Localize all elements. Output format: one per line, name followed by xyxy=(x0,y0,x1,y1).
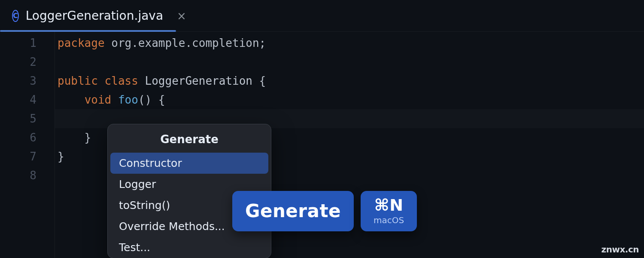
popup-title: Generate xyxy=(108,124,271,153)
line-number: 7 xyxy=(0,147,36,166)
tab-filename: LoggerGeneration.java xyxy=(26,9,163,23)
code-line: public class LoggerGeneration { xyxy=(58,71,644,90)
generate-menu-item[interactable]: Constructor xyxy=(110,153,268,174)
editor-tab[interactable]: C LoggerGeneration.java × xyxy=(0,0,176,31)
generate-badge: Generate xyxy=(232,191,354,231)
generate-menu-item[interactable]: Test... xyxy=(110,237,268,258)
line-number: 6 xyxy=(0,128,36,147)
line-number: 3 xyxy=(0,71,36,90)
line-number: 4 xyxy=(0,90,36,109)
watermark: znwx.cn xyxy=(601,244,639,255)
shortcut-key: ⌘N xyxy=(374,197,404,213)
shortcut-badge: ⌘N macOS xyxy=(361,191,417,231)
line-number: 1 xyxy=(0,34,36,52)
code-line: package org.example.completion; xyxy=(58,34,644,52)
line-number: 5 xyxy=(0,109,36,128)
code-line: void foo() { xyxy=(58,90,644,109)
tab-bar: C LoggerGeneration.java × xyxy=(0,0,644,32)
java-class-icon: C xyxy=(12,10,19,22)
generate-badge-label: Generate xyxy=(245,202,341,220)
shortcut-platform: macOS xyxy=(374,215,404,225)
close-icon[interactable]: × xyxy=(177,9,186,22)
line-number: 2 xyxy=(0,52,36,71)
hint-badges: Generate ⌘N macOS xyxy=(232,191,417,231)
line-number: 8 xyxy=(0,166,36,185)
code-line xyxy=(58,52,644,71)
line-gutter: 12345678 xyxy=(0,32,55,258)
